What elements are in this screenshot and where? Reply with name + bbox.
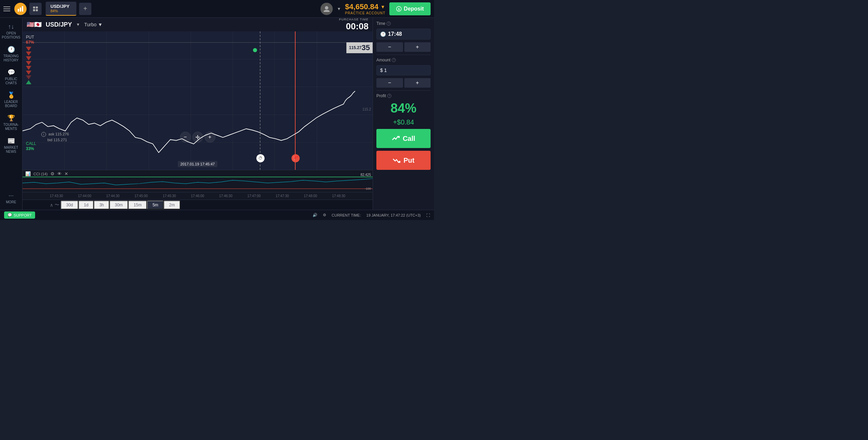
svg-rect-0	[18, 9, 19, 12]
time-tick: 17:45:30	[163, 194, 176, 198]
chat-icon: 💬	[8, 213, 12, 217]
time-controls: − +	[376, 42, 431, 52]
amount-section-label: Amount ?	[376, 58, 431, 62]
tf-30d[interactable]: 30d	[61, 201, 78, 209]
tf-3h[interactable]: 3h	[94, 201, 109, 209]
sidebar-label-tournaments: TOURNA-MENTS	[3, 123, 19, 131]
nav-right: ▼ $4,650.84 ▼ PRACTICE ACCOUNT $ Deposit	[320, 2, 431, 15]
svg-rect-3	[33, 6, 35, 9]
amount-help-icon[interactable]: ?	[392, 58, 396, 62]
volume-icon[interactable]: 🔊	[313, 213, 317, 217]
account-type: PRACTICE ACCOUNT	[345, 11, 385, 15]
clock-icon: 🕐	[380, 31, 386, 37]
profit-dollar-display: +$0.84	[376, 118, 431, 126]
tf-30m[interactable]: 30m	[109, 201, 128, 209]
cci-header: 📊 CCI (14) ⚙ 👁 ✕	[23, 170, 71, 177]
svg-rect-6	[36, 9, 38, 11]
main-layout: ↑↓ OPENPOSITIONS 🕐 TRADINGHISTORY 💬 PUBL…	[0, 18, 434, 210]
right-panel: Time ? 🕐 17:48 − + Amount ? $ 1 − + Prof…	[373, 18, 434, 210]
draw-tool-icon[interactable]: ∧	[50, 202, 53, 208]
pair-tab[interactable]: USD/JPY 84%	[46, 2, 76, 16]
pair-dropdown[interactable]: ▼	[76, 22, 80, 27]
fullscreen-icon[interactable]: ⛶	[426, 213, 430, 217]
divider-2	[376, 90, 431, 91]
amount-value: $ 1	[380, 68, 387, 73]
cci-close-icon[interactable]: ✕	[64, 171, 68, 176]
sidebar-item-open-positions[interactable]: ↑↓ OPENPOSITIONS	[0, 20, 22, 42]
cci-settings-icon[interactable]: ⚙	[50, 171, 55, 176]
time-help-icon[interactable]: ?	[387, 21, 391, 26]
tf-2m[interactable]: 2m	[164, 201, 180, 209]
cci-eye-icon[interactable]: 👁	[57, 171, 62, 176]
user-avatar[interactable]	[320, 3, 333, 15]
more-icon: ···	[9, 192, 14, 199]
amount-minus-button[interactable]: −	[376, 78, 403, 88]
svg-text:$: $	[398, 8, 400, 11]
tf-5m[interactable]: 5m	[147, 201, 164, 209]
time-axis: 17:43:30 17:44:00 17:44:30 17:45:00 17:4…	[23, 192, 373, 200]
sidebar-label-leaderboard: LEADERBOARD	[4, 100, 18, 108]
support-label: SUPPORT	[14, 213, 32, 217]
countdown-display: 00:08	[339, 21, 369, 32]
date-tooltip: 2017.01.19 17:45:47	[178, 161, 218, 167]
trading-history-icon: 🕐	[8, 46, 15, 53]
wave-icon[interactable]: 〜	[55, 202, 59, 208]
settings-icon[interactable]: ⚙	[323, 213, 326, 217]
pair-flag: 🇺🇸🇯🇵	[27, 21, 42, 28]
trade-type-button[interactable]: Turbo ▼	[84, 22, 103, 27]
sidebar: ↑↓ OPENPOSITIONS 🕐 TRADINGHISTORY 💬 PUBL…	[0, 18, 23, 210]
time-value: 17:48	[388, 31, 402, 37]
add-tab-button[interactable]: +	[79, 3, 91, 15]
sidebar-item-public-chats[interactable]: 💬 PUBLICCHATS	[0, 66, 22, 88]
chart-type-icon[interactable]: 📊	[25, 171, 31, 176]
time-tick: 17:43:30	[50, 194, 63, 198]
time-tick: 17:48:00	[304, 194, 317, 198]
sidebar-label-public-chats: PUBLICCHATS	[5, 77, 17, 85]
profit-section-label: Profit ?	[376, 93, 431, 98]
tf-15m[interactable]: 15m	[128, 201, 147, 209]
time-tick: 17:47:30	[275, 194, 289, 198]
dropdown-arrow[interactable]: ▼	[337, 6, 341, 11]
sidebar-item-leaderboard[interactable]: 🏅 LEADERBOARD	[0, 89, 22, 111]
sidebar-item-market-news[interactable]: 📰 MARKETNEWS	[0, 134, 22, 157]
chart-header: 🇺🇸🇯🇵 USD/JPY ▼ Turbo ▼ PURCHASE TIME 00:…	[23, 18, 373, 31]
put-button-label: Put	[403, 157, 414, 164]
amount-display[interactable]: $ 1	[376, 65, 431, 75]
sidebar-item-tournaments[interactable]: 🏆 TOURNA-MENTS	[0, 112, 22, 134]
balance-value: $4,650.84	[345, 2, 378, 11]
chart-svg	[23, 31, 373, 170]
time-section-label: Time ?	[376, 21, 431, 26]
cci-panel: 📊 CCI (14) ⚙ 👁 ✕ 82.425 -100	[23, 170, 373, 192]
call-button[interactable]: Call	[376, 129, 431, 148]
time-tick: 17:44:30	[106, 194, 120, 198]
status-right: 🔊 ⚙ CURRENT TIME: 19 JANUARY, 17:47:22 (…	[313, 213, 430, 217]
layout-icon[interactable]	[29, 3, 42, 15]
deposit-button[interactable]: $ Deposit	[389, 2, 431, 15]
put-button[interactable]: Put	[376, 151, 431, 170]
balance-arrow: ▼	[380, 4, 385, 10]
time-display: 🕐 17:48	[376, 29, 431, 40]
support-button[interactable]: 💬 SUPPORT	[4, 211, 35, 219]
purchase-time-area: PURCHASE TIME 00:08	[339, 18, 369, 32]
time-tick: 17:46:00	[191, 194, 204, 198]
tf-1d[interactable]: 1d	[78, 201, 94, 209]
chart-body: PUT 67% CALL 33% 115.27 35 1	[23, 31, 373, 170]
sidebar-item-more[interactable]: ··· MORE	[0, 189, 22, 207]
profit-help-icon[interactable]: ?	[387, 94, 391, 98]
pair-pct: 84%	[50, 9, 72, 13]
amount-controls: − +	[376, 78, 431, 88]
status-bar: 💬 SUPPORT 🔊 ⚙ CURRENT TIME: 19 JANUARY, …	[0, 210, 434, 220]
open-positions-icon: ↑↓	[8, 23, 14, 30]
hamburger-menu[interactable]	[3, 6, 10, 11]
tournaments-icon: 🏆	[8, 114, 15, 122]
time-plus-button[interactable]: +	[404, 42, 431, 52]
call-button-label: Call	[403, 135, 415, 143]
time-minus-button[interactable]: −	[376, 42, 403, 52]
chart-area: 🇺🇸🇯🇵 USD/JPY ▼ Turbo ▼ PURCHASE TIME 00:…	[23, 18, 373, 210]
sidebar-label-more: MORE	[6, 200, 16, 204]
balance-area[interactable]: $4,650.84 ▼ PRACTICE ACCOUNT	[345, 2, 385, 15]
chart-pair-title: USD/JPY	[46, 21, 72, 28]
time-tick: 17:45:00	[134, 194, 148, 198]
amount-plus-button[interactable]: +	[404, 78, 431, 88]
sidebar-item-trading-history[interactable]: 🕐 TRADINGHISTORY	[0, 43, 22, 65]
